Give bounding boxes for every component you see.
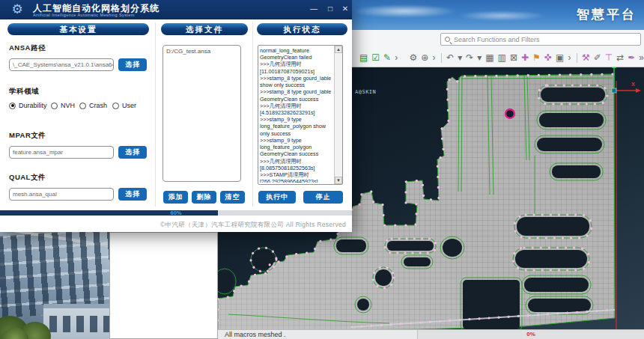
qual-label: QUAL文件 — [9, 173, 46, 183]
chevron-right-icon[interactable]: › — [568, 53, 571, 62]
table-icon[interactable]: ▥ — [498, 53, 506, 62]
zoom-settings-icon[interactable]: ⚙ — [410, 53, 418, 62]
mpar-label: MPAR文件 — [9, 131, 46, 141]
delete-button[interactable]: 删除 — [192, 191, 216, 204]
tab-select-files[interactable]: 选择文件 — [161, 23, 248, 35]
side-panel-window[interactable] — [109, 232, 218, 339]
chevron-right-icon[interactable]: › — [432, 53, 435, 62]
column-divider — [155, 22, 156, 207]
column-divider — [252, 22, 253, 207]
add-button[interactable]: 添加 — [163, 191, 188, 204]
log-box[interactable]: normal_long_feature GeometryClean failed… — [258, 45, 343, 185]
qual-input[interactable]: mesh.ansa_qual — [9, 188, 114, 201]
undo-icon[interactable]: ↶ — [446, 53, 454, 62]
edit-note-icon[interactable]: ✐ — [594, 53, 601, 62]
move-icon[interactable]: ✚ — [521, 53, 529, 62]
redo-icon[interactable]: ↷ — [466, 53, 473, 62]
cloud — [457, 10, 547, 21]
chevron-right-icon[interactable]: › — [395, 53, 398, 62]
radio-nvh[interactable]: NVH — [51, 102, 75, 109]
tab-exec-status[interactable]: 执行状态 — [257, 23, 347, 35]
radio-user[interactable]: User — [112, 102, 136, 109]
cloud — [352, 4, 457, 18]
chevron-more-icon[interactable]: » — [639, 53, 644, 62]
ansa-path-input[interactable]: \_CAE_Systems\ansa_v21.0.1\ansa64.bat — [9, 58, 114, 71]
search-input[interactable]: Search Functions and Filters — [440, 33, 641, 46]
file-listbox[interactable]: D:/CG_test.ansa — [162, 45, 241, 182]
radio-label: User — [122, 102, 136, 109]
qual-browse-button[interactable]: 选择 — [118, 188, 147, 201]
desktop-wallpaper: 智慧平台 — [329, 0, 644, 30]
ansa-statusbar: All macros meshed . 0% — [218, 329, 644, 339]
grid-icon[interactable]: ▦ — [485, 53, 493, 62]
undo-caret-icon[interactable]: ▾ — [458, 53, 462, 62]
platform-title: 智慧平台 — [577, 6, 637, 23]
status-progress: 0% — [417, 330, 644, 339]
delete-icon[interactable]: ⊠ — [510, 53, 517, 62]
file-list-item[interactable]: D:/CG_test.ansa — [166, 48, 237, 55]
minimize-button[interactable]: — — [309, 4, 319, 13]
mpar-input[interactable]: feature.ansa_mpar — [9, 146, 114, 159]
close-button[interactable]: ✕ — [340, 4, 350, 13]
ansa-toolbar: ▤ ☑ ✎ › ⚙ ⊕ › ↶ ▾ ↷ ▾ ▦ ▥ ⊠ ✚ ⚑ ✜ ▣ › — [359, 49, 644, 66]
search-icon — [445, 37, 450, 42]
swap-icon[interactable]: ⇄ — [616, 53, 624, 62]
notify-flag-icon[interactable]: ⚑ — [532, 53, 541, 62]
meshing-dialog: ⚙ 人工智能自动化网格划分系统 Artificial Intelligence … — [0, 0, 352, 232]
radio-durability[interactable]: Durability — [9, 102, 47, 109]
radio-crash[interactable]: Crash — [79, 102, 107, 109]
wrench-icon[interactable]: ⚒ — [582, 53, 590, 62]
radio-label: Durability — [19, 102, 47, 109]
maximize-button[interactable]: □ — [325, 4, 335, 13]
scroll-down-icon[interactable]: ▼ — [335, 177, 342, 184]
running-button[interactable]: 执行中 — [258, 191, 296, 204]
ansa-path-browse-button[interactable]: 选择 — [118, 58, 147, 71]
log-text: normal_long_feature GeometryClean failed… — [260, 47, 334, 183]
tab-basic-settings[interactable]: 基本设置 — [7, 23, 149, 35]
entities-icon[interactable]: ▣ — [556, 53, 564, 62]
pen-icon[interactable]: ✒ — [628, 53, 635, 62]
building-photo — [0, 232, 109, 339]
radio-dot[interactable] — [9, 103, 16, 109]
dialog-progress-bar: 60% — [0, 210, 352, 216]
stop-button[interactable]: 停止 — [303, 191, 343, 204]
building-lower-windows — [49, 316, 109, 332]
mpar-browse-button[interactable]: 选择 — [118, 146, 147, 159]
selected-node-marker — [505, 109, 514, 118]
scroll-up-icon[interactable]: ▲ — [335, 46, 342, 53]
radio-label: NVH — [61, 102, 75, 109]
support-icon[interactable]: ⊤ — [605, 53, 613, 62]
dialog-footer: ©中汽研（天津）汽车工程研究院有限公司 All Rights Reserved — [0, 216, 352, 232]
clear-button[interactable]: 清空 — [220, 191, 245, 204]
log-scrollbar[interactable]: ▲ ▼ — [334, 46, 342, 184]
sketch-icon[interactable]: ✎ — [383, 53, 391, 62]
app-logo-icon: ⚙ — [10, 2, 25, 17]
axis-x-label: X — [631, 82, 635, 87]
zoom-icon[interactable]: ⊕ — [421, 53, 428, 62]
checkbox-icon[interactable]: ☑ — [371, 53, 380, 62]
screen: 智慧平台 Search Functions and Filters ▤ ☑ ✎ … — [0, 0, 644, 339]
radio-label: Crash — [89, 102, 107, 109]
radio-dot[interactable] — [112, 103, 119, 109]
transform-icon[interactable]: ✜ — [544, 53, 552, 62]
redo-caret-icon[interactable]: ▾ — [477, 53, 482, 62]
radio-dot[interactable] — [51, 103, 58, 109]
parts-tree-icon[interactable]: ▤ — [359, 53, 368, 62]
ansa-path-label: ANSA路径 — [9, 43, 46, 53]
dialog-titlebar[interactable]: ⚙ 人工智能自动化网格划分系统 Artificial Intelligence … — [0, 0, 352, 19]
search-placeholder: Search Functions and Filters — [454, 36, 540, 43]
radio-dot[interactable] — [79, 103, 86, 109]
viewport-model-label: A@SKIN — [355, 89, 376, 95]
dialog-subtitle: Artificial Intelligence Automatic Meshin… — [33, 13, 135, 17]
domain-label: 学科领域 — [9, 87, 39, 97]
status-message: All macros meshed . — [218, 330, 417, 339]
